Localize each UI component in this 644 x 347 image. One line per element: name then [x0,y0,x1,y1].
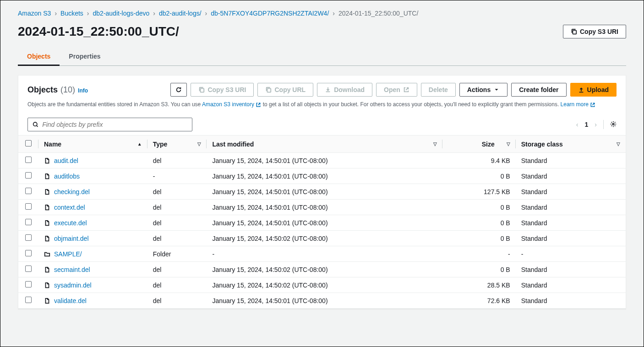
file-icon [44,189,50,195]
row-checkbox[interactable] [25,219,32,225]
cell-storage: Standard [516,184,626,200]
breadcrumb-link[interactable]: db2-audit-logs/ [159,10,202,17]
page-next-button[interactable]: › [595,121,597,128]
svg-point-4 [612,123,614,125]
info-link[interactable]: Info [78,87,88,94]
table-row: audit.deldelJanuary 15, 2024, 14:50:01 (… [18,153,626,168]
caret-down-icon [493,87,500,93]
cell-storage: Standard [516,215,626,231]
chevron-right-icon: › [55,10,57,17]
cell-type: del [147,293,207,309]
file-icon [44,204,50,211]
table-row: objmaint.deldelJanuary 15, 2024, 14:50:0… [18,231,626,246]
file-icon [44,298,50,304]
download-button[interactable]: Download [317,83,372,97]
cell-modified: January 15, 2024, 14:50:02 (UTC-08:00) [207,277,442,293]
cell-size: 0 B [442,215,516,231]
breadcrumb-link[interactable]: Buckets [60,10,83,17]
svg-point-3 [33,122,37,126]
breadcrumb-link[interactable]: db-5N7FXOY4GDP7RG2NSH2ZTAI2W4/ [211,10,329,17]
copy-url-button[interactable]: Copy URL [257,83,313,97]
chevron-right-icon: › [153,10,155,17]
object-link[interactable]: auditlobs [54,173,80,180]
search-icon [33,121,38,128]
search-box[interactable] [27,118,192,131]
delete-button[interactable]: Delete [421,83,456,97]
object-link[interactable]: context.del [54,204,85,211]
cell-type: Folder [147,246,207,262]
cell-type: - [147,168,207,184]
object-link[interactable]: secmaint.del [54,266,90,273]
cell-type: del [147,184,207,200]
object-link[interactable]: sysadmin.del [54,282,92,289]
chevron-right-icon: › [87,10,89,17]
filter-icon: ▽ [197,141,201,146]
cell-type: del [147,153,207,168]
column-name[interactable]: Name▲ [38,136,147,153]
tab-properties[interactable]: Properties [60,48,109,65]
cell-storage: Standard [516,168,626,184]
cell-modified: January 15, 2024, 14:50:02 (UTC-08:00) [207,231,442,246]
actions-button[interactable]: Actions [459,83,508,97]
filter-icon: ▽ [617,141,620,146]
cell-size: 9.4 KB [442,153,516,168]
copy-s3-uri-button[interactable]: Copy S3 URI [563,25,626,38]
copy-icon [571,28,577,35]
tab-objects[interactable]: Objects [18,48,60,66]
copy-s3-uri-button-toolbar[interactable]: Copy S3 URI [191,83,254,97]
panel-title: Objects (10) Info [27,85,88,95]
object-link[interactable]: validate.del [54,297,87,304]
row-checkbox[interactable] [25,188,32,194]
breadcrumb: Amazon S3 › Buckets › db2-audit-logs-dev… [18,10,626,17]
create-folder-button[interactable]: Create folder [511,83,566,97]
cell-storage: Standard [516,200,626,215]
cell-modified: January 15, 2024, 14:50:01 (UTC-08:00) [207,215,442,231]
upload-button[interactable]: Upload [570,83,617,97]
svg-rect-1 [201,88,204,92]
breadcrumb-link[interactable]: db2-audit-logs-devo [93,10,150,17]
row-checkbox[interactable] [25,281,32,287]
cell-size: - [442,246,516,262]
select-all-checkbox[interactable] [25,140,32,146]
file-icon [44,282,50,288]
inventory-link[interactable]: Amazon S3 inventory [202,101,261,108]
object-link[interactable]: objmaint.del [54,235,89,242]
column-type[interactable]: Type▽ [147,136,207,153]
upload-icon [578,87,584,93]
svg-rect-2 [267,88,271,92]
objects-table: Name▲ Type▽ Last modified▽ Size▽ Storage… [18,135,626,309]
cell-type: del [147,215,207,231]
page-prev-button[interactable]: ‹ [576,121,579,128]
cell-modified: January 15, 2024, 14:50:01 (UTC-08:00) [207,200,442,215]
cell-type: del [147,277,207,293]
table-row: secmaint.deldelJanuary 15, 2024, 14:50:0… [18,262,626,277]
row-checkbox[interactable] [25,172,32,179]
table-row: execute.deldelJanuary 15, 2024, 14:50:01… [18,215,626,231]
column-storage-class[interactable]: Storage class▽ [516,136,626,153]
cell-size: 0 B [442,200,516,215]
table-row: validate.deldelJanuary 15, 2024, 14:50:0… [18,293,626,309]
breadcrumb-link[interactable]: Amazon S3 [18,10,51,17]
row-checkbox[interactable] [25,250,32,256]
column-last-modified[interactable]: Last modified▽ [207,136,442,153]
search-input[interactable] [42,121,187,128]
object-link[interactable]: checking.del [54,188,90,195]
open-button[interactable]: Open [376,83,417,97]
object-link[interactable]: execute.del [54,219,87,227]
cell-storage: Standard [516,231,626,246]
row-checkbox[interactable] [25,266,32,272]
row-checkbox[interactable] [25,203,32,210]
learn-more-link[interactable]: Learn more [561,101,596,108]
cell-type: del [147,262,207,277]
column-size[interactable]: Size▽ [442,136,516,153]
object-link[interactable]: audit.del [54,157,78,164]
row-checkbox[interactable] [25,234,32,241]
object-link[interactable]: SAMPLE/ [54,250,82,258]
table-row: SAMPLE/Folder--- [18,246,626,262]
row-checkbox[interactable] [25,297,32,303]
settings-button[interactable] [610,121,617,129]
row-checkbox[interactable] [25,157,32,163]
refresh-button[interactable] [170,83,187,97]
panel-description: Objects are the fundamental entities sto… [27,100,617,108]
pagination: ‹ 1 › [576,120,617,129]
